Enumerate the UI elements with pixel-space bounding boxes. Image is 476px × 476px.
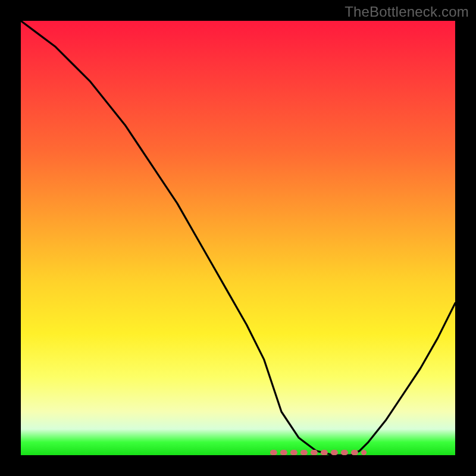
plot-area	[21, 21, 455, 455]
bottleneck-curve-path	[21, 21, 455, 455]
watermark-text: TheBottleneck.com	[345, 4, 469, 20]
curve-svg	[21, 21, 455, 455]
chart-frame: TheBottleneck.com	[0, 0, 476, 476]
